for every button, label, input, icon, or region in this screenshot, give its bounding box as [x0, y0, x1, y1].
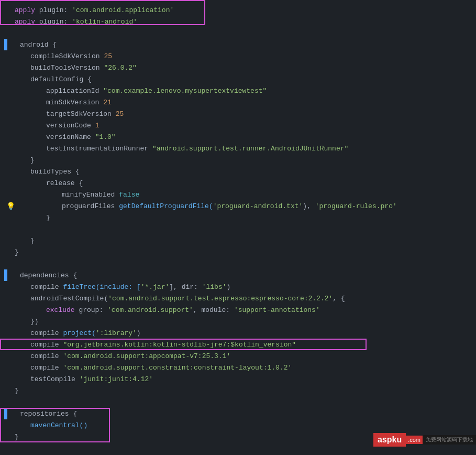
- code-line: applicationId "com.example.lenovo.mysupe…: [0, 85, 476, 96]
- code-token: testCompile: [30, 375, 75, 383]
- code-token: 'com.android.support': [107, 306, 193, 314]
- code-editor: apply plugin: 'com.android.application'a…: [0, 0, 476, 447]
- code-line: [0, 223, 476, 235]
- code-line: repositories {: [0, 408, 476, 419]
- code-token: project(: [59, 329, 96, 337]
- code-lines: apply plugin: 'com.android.application'a…: [0, 4, 476, 442]
- code-token: compile: [30, 364, 59, 372]
- line-content: buildTypes {: [4, 168, 80, 176]
- code-line: compile 'com.android.support:appcompat-v…: [0, 350, 476, 362]
- code-line: androidTestCompile('com.android.support.…: [0, 292, 476, 304]
- code-line: apply plugin: 'kotlin-android': [0, 16, 476, 27]
- code-token: getDefaultProguardFile(: [115, 202, 213, 210]
- code-token: android: [20, 41, 49, 49]
- line-content: }: [4, 214, 50, 222]
- code-line: testInstrumentationRunner "android.suppo…: [0, 143, 476, 154]
- code-token: , module:: [193, 306, 234, 314]
- code-token: release: [46, 179, 75, 187]
- gutter-marker: [4, 408, 7, 419]
- code-token: 'com.android.application': [72, 6, 174, 14]
- code-token: ),: [303, 202, 315, 210]
- code-token: compile: [30, 329, 59, 337]
- watermark-com-text: .com: [406, 436, 423, 444]
- line-content: }): [4, 318, 39, 326]
- code-token: compile: [30, 341, 59, 349]
- code-token: ':library': [96, 329, 137, 337]
- line-content: compileSdkVersion 25: [4, 52, 112, 60]
- code-line: buildToolsVersion "26.0.2": [0, 62, 476, 73]
- code-line: }): [0, 316, 476, 327]
- code-line: compile project(':library'): [0, 327, 476, 339]
- code-token: versionName: [46, 133, 91, 141]
- lightbulb-icon: 💡: [6, 202, 15, 211]
- code-token: {: [75, 179, 83, 187]
- line-content: compile 'com.android.support:appcompat-v…: [4, 352, 230, 360]
- line-content: }: [4, 433, 19, 441]
- code-token: 'com.android.support.constraint:constrai…: [63, 364, 292, 372]
- code-token: 'proguard-android.txt': [213, 202, 303, 210]
- code-token: buildToolsVersion: [30, 64, 100, 72]
- code-token: }: [30, 156, 35, 164]
- code-token: applicationId: [46, 87, 99, 95]
- code-line: dependencies {: [0, 269, 476, 281]
- line-content: dependencies {: [9, 272, 77, 279]
- code-token: {: [49, 41, 57, 49]
- code-line: }: [0, 235, 476, 246]
- line-content: testCompile 'junit:junit:4.12': [4, 375, 153, 383]
- line-content: compile "org.jetbrains.kotlin:kotlin-std…: [4, 341, 296, 349]
- code-token: 1: [91, 122, 99, 129]
- code-token: 21: [99, 99, 111, 106]
- code-token: compile: [30, 283, 59, 291]
- code-token: {: [83, 75, 92, 83]
- code-token: androidTestCompile(: [30, 295, 108, 302]
- code-line: compile 'com.android.support.constraint:…: [0, 362, 476, 373]
- code-token: }: [46, 214, 50, 222]
- code-line: mavenCentral(): [0, 419, 476, 431]
- code-token: targetSdkVersion: [46, 110, 112, 118]
- code-line: compile fileTree(include: ['*.jar'], dir…: [0, 281, 476, 292]
- code-line: }: [0, 212, 476, 223]
- code-token: 'libs': [202, 283, 227, 291]
- code-token: 25: [112, 110, 124, 118]
- line-content: minSdkVersion 21: [4, 99, 112, 106]
- code-token: defaultConfig: [30, 75, 83, 83]
- code-token: ): [226, 283, 230, 291]
- code-token: fileTree(include: [: [59, 283, 141, 291]
- code-token: '*.jar': [141, 283, 170, 291]
- line-content: }: [4, 387, 19, 395]
- line-content: android {: [9, 41, 57, 49]
- code-token: }): [30, 318, 39, 326]
- code-line: [0, 396, 476, 408]
- code-token: "26.0.2": [104, 64, 136, 72]
- code-line: android {: [0, 39, 476, 50]
- line-content: exclude group: 'com.android.support', mo…: [4, 306, 320, 314]
- line-content: targetSdkVersion 25: [4, 110, 124, 118]
- code-token: ): [137, 329, 141, 337]
- line-content: repositories {: [9, 410, 77, 418]
- line-content: defaultConfig {: [4, 75, 92, 83]
- line-content: apply plugin: 'com.android.application': [4, 6, 174, 14]
- code-token: dependencies: [20, 272, 69, 279]
- line-content: versionName "1.0": [4, 133, 116, 141]
- code-token: 'com.android.support.test.espresso:espre…: [108, 295, 333, 302]
- code-token: }: [15, 433, 19, 441]
- line-content: apply plugin: 'kotlin-android': [4, 18, 137, 26]
- code-token: "com.example.lenovo.mysupertextviewtest": [103, 87, 267, 95]
- line-content: versionCode 1: [4, 122, 99, 129]
- code-token: versionCode: [46, 122, 91, 129]
- code-line: 💡proguardFiles getDefaultProguardFile('p…: [0, 200, 476, 212]
- code-token: plugin:: [35, 6, 72, 14]
- code-line: [0, 27, 476, 39]
- watermark-aspku-text: aspku: [373, 433, 406, 447]
- code-token: compileSdkVersion: [30, 52, 100, 60]
- code-line: testCompile 'junit:junit:4.12': [0, 373, 476, 385]
- code-line: versionCode 1: [0, 120, 476, 131]
- code-token: repositories: [20, 410, 69, 418]
- code-token: buildTypes: [30, 168, 71, 176]
- line-content: compile fileTree(include: ['*.jar'], dir…: [4, 283, 230, 291]
- code-token: false: [119, 191, 139, 199]
- line-content: buildToolsVersion "26.0.2": [4, 64, 137, 72]
- line-content: mavenCentral(): [4, 421, 87, 429]
- code-token: [91, 133, 95, 141]
- code-token: 'kotlin-android': [72, 18, 137, 26]
